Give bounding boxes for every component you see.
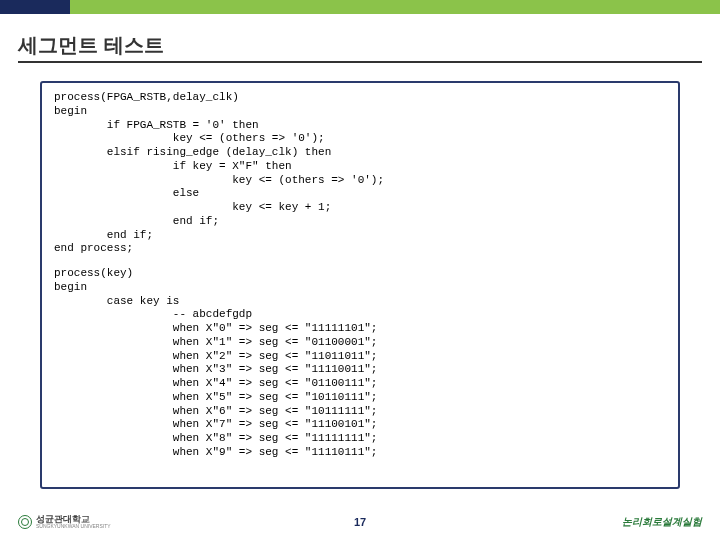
page-number: 17	[354, 516, 366, 528]
footer: 성균관대학교 SUNGKYUNKWAN UNIVERSITY 17 논리회로설계…	[0, 510, 720, 534]
code-container: process(FPGA_RSTB,delay_clk) begin if FP…	[40, 81, 680, 489]
logo-text-wrap: 성균관대학교 SUNGKYUNKWAN UNIVERSITY	[36, 515, 111, 529]
page-title: 세그먼트 테스트	[18, 32, 702, 63]
footer-course-name: 논리회로설계실험	[622, 515, 702, 529]
code-block-2: process(key) begin case key is -- abcdef…	[54, 267, 666, 460]
title-row: 세그먼트 테스트	[0, 14, 720, 67]
logo-sub: SUNGKYUNKWAN UNIVERSITY	[36, 524, 111, 529]
top-accent-navy	[0, 0, 70, 14]
code-block-1: process(FPGA_RSTB,delay_clk) begin if FP…	[54, 91, 666, 256]
university-logo: 성균관대학교 SUNGKYUNKWAN UNIVERSITY	[18, 515, 111, 529]
logo-mark-icon	[18, 515, 32, 529]
top-accent-green	[70, 0, 720, 14]
top-accent-bar	[0, 0, 720, 14]
